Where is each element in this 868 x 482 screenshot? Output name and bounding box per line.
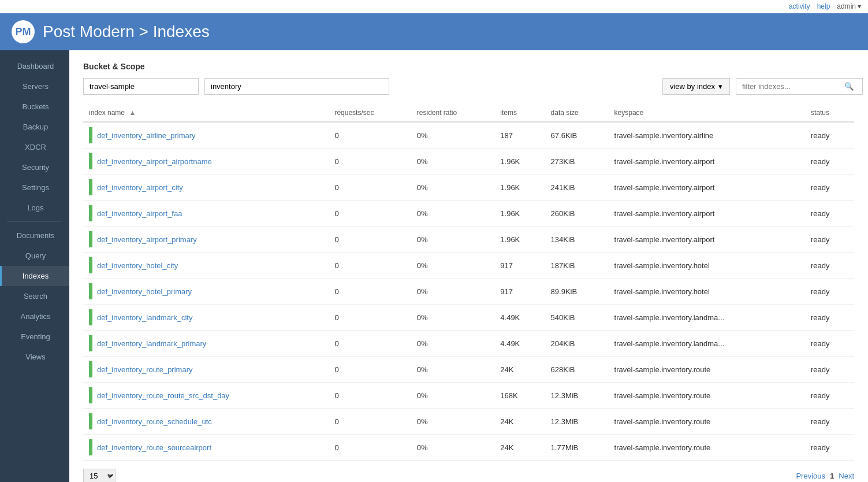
sidebar-item-dashboard[interactable]: Dashboard xyxy=(0,56,69,76)
table-row: def_inventory_landmark_primary 0 0% 4.49… xyxy=(83,331,854,357)
cell-keyspace: travel-sample.inventory.route xyxy=(609,409,805,435)
admin-menu[interactable]: admin ▾ xyxy=(837,2,861,10)
index-name-text[interactable]: def_inventory_route_schedule_utc xyxy=(97,417,212,426)
main-content: Bucket & Scope view by index ▾ 🔍 ind xyxy=(69,50,868,482)
index-name-text[interactable]: def_inventory_route_primary xyxy=(97,365,192,374)
cell-resident-ratio: 0% xyxy=(411,227,495,253)
view-by-label: view by index xyxy=(670,82,715,91)
top-bar: activity help admin ▾ xyxy=(0,0,868,13)
cell-items: 168K xyxy=(494,383,545,409)
status-indicator xyxy=(89,309,92,325)
cell-status: ready xyxy=(805,331,854,357)
cell-data-size: 12.3MiB xyxy=(545,409,609,435)
cell-data-size: 67.6KiB xyxy=(545,122,609,149)
sidebar-item-views[interactable]: Views xyxy=(0,347,69,367)
cell-keyspace: travel-sample.inventory.route xyxy=(609,435,805,461)
sidebar-item-eventing[interactable]: Eventing xyxy=(0,327,69,347)
cell-data-size: 1.77MiB xyxy=(545,435,609,461)
cell-status: ready xyxy=(805,435,854,461)
cell-resident-ratio: 0% xyxy=(411,435,495,461)
sidebar-item-servers[interactable]: Servers xyxy=(0,76,69,97)
pagination-row: 15 25 50 100 ▾ Previous 1 Next xyxy=(83,469,854,482)
cell-keyspace: travel-sample.inventory.landma... xyxy=(609,331,805,357)
cell-data-size: 134KiB xyxy=(545,227,609,253)
sidebar-item-buckets[interactable]: Buckets xyxy=(0,97,69,117)
col-index-name[interactable]: index name ▲ xyxy=(83,104,329,122)
sidebar-item-query[interactable]: Query xyxy=(0,246,69,266)
cell-keyspace: travel-sample.inventory.landma... xyxy=(609,305,805,331)
cell-status: ready xyxy=(805,305,854,331)
status-indicator xyxy=(89,283,92,299)
chevron-down-icon: ▾ xyxy=(858,2,861,10)
cell-items: 1.96K xyxy=(494,149,545,175)
index-name-text[interactable]: def_inventory_landmark_primary xyxy=(97,339,206,348)
cell-resident-ratio: 0% xyxy=(411,357,495,383)
page-size-dropdown[interactable]: 15 25 50 100 xyxy=(83,469,116,482)
sidebar-item-settings[interactable]: Settings xyxy=(0,177,69,198)
search-icon-button[interactable]: 🔍 xyxy=(844,82,854,91)
cell-resident-ratio: 0% xyxy=(411,175,495,201)
status-indicator xyxy=(89,205,92,221)
table-row: def_inventory_route_sourceairport 0 0% 2… xyxy=(83,435,854,461)
index-name-text[interactable]: def_inventory_airline_primary xyxy=(97,131,196,140)
index-name-text[interactable]: def_inventory_hotel_primary xyxy=(97,287,192,296)
index-name-text[interactable]: def_inventory_route_sourceairport xyxy=(97,443,211,452)
cell-items: 187 xyxy=(494,122,545,149)
cell-requests-sec: 0 xyxy=(329,122,411,149)
cell-resident-ratio: 0% xyxy=(411,305,495,331)
sidebar-item-documents[interactable]: Documents xyxy=(0,225,69,246)
cell-index-name: def_inventory_airline_primary xyxy=(83,122,329,149)
page-size-select: 15 25 50 100 ▾ xyxy=(83,469,111,482)
cell-status: ready xyxy=(805,175,854,201)
index-name-text[interactable]: def_inventory_airport_city xyxy=(97,183,183,192)
index-name-text[interactable]: def_inventory_airport_faa xyxy=(97,209,182,218)
status-indicator xyxy=(89,153,92,169)
sidebar-item-analytics[interactable]: Analytics xyxy=(0,306,69,327)
pagination-controls: Previous 1 Next xyxy=(796,472,854,480)
cell-items: 1.96K xyxy=(494,227,545,253)
cell-index-name: def_inventory_hotel_primary xyxy=(83,279,329,305)
sidebar-item-logs[interactable]: Logs xyxy=(0,198,69,218)
cell-data-size: 187KiB xyxy=(545,253,609,279)
index-name-text[interactable]: def_inventory_landmark_city xyxy=(97,313,192,322)
search-icon: 🔍 xyxy=(844,82,854,91)
sidebar-item-security[interactable]: Security xyxy=(0,157,69,177)
cell-requests-sec: 0 xyxy=(329,175,411,201)
cell-items: 1.96K xyxy=(494,201,545,227)
index-name-text[interactable]: def_inventory_hotel_city xyxy=(97,261,178,270)
sidebar-item-xdcr[interactable]: XDCR xyxy=(0,137,69,157)
scope-input[interactable] xyxy=(204,78,389,95)
table-row: def_inventory_hotel_primary 0 0% 917 89.… xyxy=(83,279,854,305)
cell-index-name: def_inventory_route_primary xyxy=(83,357,329,383)
view-by-button[interactable]: view by index ▾ xyxy=(662,78,730,95)
cell-data-size: 273KiB xyxy=(545,149,609,175)
index-name-text[interactable]: def_inventory_route_route_src_dst_day xyxy=(97,391,229,400)
cell-requests-sec: 0 xyxy=(329,253,411,279)
sidebar: Dashboard Servers Buckets Backup XDCR Se… xyxy=(0,50,69,482)
table-header-row: index name ▲ requests/sec resident ratio… xyxy=(83,104,854,122)
index-name-text[interactable]: def_inventory_airport_primary xyxy=(97,235,197,244)
bucket-input[interactable] xyxy=(83,78,199,95)
sidebar-item-backup[interactable]: Backup xyxy=(0,117,69,137)
table-row: def_inventory_route_route_src_dst_day 0 … xyxy=(83,383,854,409)
col-items: items xyxy=(494,104,545,122)
cell-index-name: def_inventory_landmark_city xyxy=(83,305,329,331)
sidebar-item-search[interactable]: Search xyxy=(0,286,69,306)
controls-row: view by index ▾ 🔍 xyxy=(83,78,854,95)
status-indicator xyxy=(89,179,92,195)
cell-items: 917 xyxy=(494,279,545,305)
activity-link[interactable]: activity xyxy=(789,2,810,10)
cell-keyspace: travel-sample.inventory.route xyxy=(609,357,805,383)
cell-data-size: 260KiB xyxy=(545,201,609,227)
previous-button[interactable]: Previous xyxy=(796,472,825,480)
col-data-size: data size xyxy=(545,104,609,122)
index-name-text[interactable]: def_inventory_airport_airportname xyxy=(97,157,212,166)
help-link[interactable]: help xyxy=(817,2,830,10)
filter-indexes-input[interactable] xyxy=(736,78,863,95)
cell-status: ready xyxy=(805,409,854,435)
next-button[interactable]: Next xyxy=(839,472,854,480)
cell-index-name: def_inventory_airport_city xyxy=(83,175,329,201)
status-indicator xyxy=(89,439,92,455)
sidebar-item-indexes[interactable]: Indexes xyxy=(0,266,69,286)
cell-items: 4.49K xyxy=(494,305,545,331)
